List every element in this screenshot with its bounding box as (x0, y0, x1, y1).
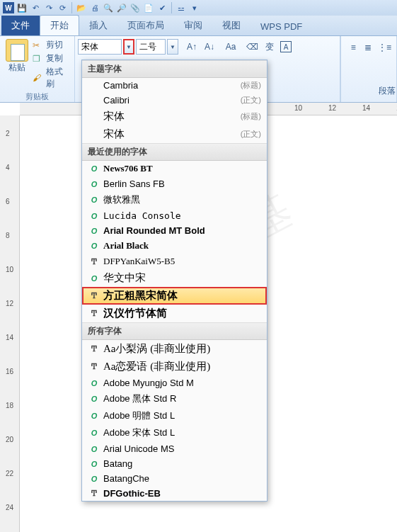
font-option[interactable]: Ͳ汉仪竹节体简 (82, 305, 267, 322)
theme-fonts-header: 主题字体 (82, 60, 267, 78)
ribbon-tabs: 文件 开始 插入 页面布局 审阅 视图 WPS PDF (0, 16, 397, 36)
cut-button[interactable]: ✂剪切 (33, 39, 70, 51)
copy-button[interactable]: ❐复制 (33, 52, 70, 64)
format-brush-button[interactable]: 🖌格式刷 (33, 66, 70, 90)
font-option[interactable]: O微软雅黑 (82, 191, 267, 208)
copy-icon: ❐ (33, 54, 44, 64)
attach-icon[interactable]: 📎 (130, 2, 141, 13)
font-option[interactable]: O华文中宋 (82, 269, 267, 287)
tab-review[interactable]: 审阅 (174, 16, 212, 35)
font-option[interactable]: OAdobe 宋体 Std L (82, 424, 267, 441)
font-name-label: Lucida Console (103, 210, 261, 221)
font-option[interactable]: OAdobe Myungjo Std M (82, 375, 267, 390)
change-case-icon[interactable]: Aa (224, 40, 238, 54)
shrink-font-icon[interactable]: A↓ (202, 40, 217, 54)
font-name-label: Adobe 黑体 Std R (103, 392, 261, 405)
font-option[interactable]: OAdobe 明體 Std L (82, 407, 267, 424)
font-tag: (标题) (241, 111, 261, 122)
font-name-label: DFPYanKaiW5-B5 (103, 256, 261, 267)
font-dropdown-button[interactable]: ▼ (123, 39, 134, 55)
multilevel-icon[interactable]: ⋮≡ (378, 40, 391, 55)
opentype-icon: O (89, 378, 99, 388)
font-name-label: BatangChe (103, 473, 261, 484)
font-option[interactable]: Cambria(标题) (82, 78, 267, 93)
font-option[interactable]: ͲAa小梨涡 (非商业使用) (82, 340, 267, 358)
check-icon[interactable]: ✔ (156, 2, 168, 13)
font-name-label: Cambria (103, 80, 236, 91)
more-icon[interactable]: ▾ (189, 2, 200, 13)
recent-fonts-header: 最近使用的字体 (82, 143, 267, 161)
opentype-icon: O (89, 241, 99, 251)
bullets-icon[interactable]: ≡ (349, 40, 357, 55)
font-tag: (正文) (241, 95, 261, 106)
paste-button[interactable]: 粘贴 (4, 39, 30, 90)
font-name-label: Arial Black (103, 240, 261, 251)
font-option[interactable]: OArial Rounded MT Bold (82, 223, 267, 238)
font-name-label: Aa恋爱语 (非商业使用) (103, 360, 261, 373)
undo-icon[interactable]: ↶ (30, 2, 41, 13)
font-name-label: News706 BT (103, 163, 261, 174)
font-name-label: Berlin Sans FB (103, 179, 261, 189)
font-option[interactable]: OBatangChe (82, 471, 267, 486)
tab-wpspdf[interactable]: WPS PDF (251, 18, 312, 35)
tab-view[interactable]: 视图 (212, 16, 251, 35)
truetype-icon (89, 130, 99, 140)
vertical-ruler[interactable]: 24681012141618202224 (0, 115, 20, 532)
font-option[interactable]: OBatang (82, 456, 267, 471)
font-dropdown-list: 主题字体 Cambria(标题)Calibri(正文)宋体(标题)宋体(正文) … (81, 60, 267, 502)
open-icon[interactable]: 📂 (76, 2, 87, 13)
font-name-label: 宋体 (103, 110, 236, 123)
zoom-icon[interactable]: 🔎 (116, 2, 127, 13)
opentype-icon: O (89, 179, 99, 189)
paste-icon (6, 39, 28, 62)
truetype-icon: Ͳ (89, 362, 99, 372)
char-border-icon[interactable]: A (280, 41, 292, 52)
font-option[interactable]: OArial Black (82, 238, 267, 254)
save-icon[interactable]: 💾 (16, 2, 28, 13)
opentype-icon: O (89, 211, 99, 221)
font-option[interactable]: ͲDFPYanKaiW5-B5 (82, 254, 267, 269)
clipboard-group-label: 剪贴板 (4, 90, 70, 102)
font-option[interactable]: Calibri(正文) (82, 93, 267, 108)
font-name-label: 宋体 (103, 128, 236, 141)
preview-icon[interactable]: 🔍 (103, 2, 114, 13)
size-dropdown-button[interactable]: ▼ (167, 39, 178, 55)
brush-icon: 🖌 (33, 73, 43, 83)
font-option[interactable]: ONews706 BT (82, 161, 267, 176)
font-name-input[interactable]: 宋体 (78, 39, 122, 55)
tab-home[interactable]: 开始 (40, 15, 79, 35)
font-option[interactable]: ͲAa恋爱语 (非商业使用) (82, 358, 267, 375)
phonetic-icon[interactable]: 变 (263, 40, 277, 54)
tab-layout[interactable]: 页面布局 (117, 16, 174, 35)
font-name-label: Arial Rounded MT Bold (103, 225, 261, 236)
font-name-label: Adobe Myungjo Std M (103, 378, 261, 388)
tab-file[interactable]: 文件 (1, 16, 40, 35)
doc-icon[interactable]: 📄 (143, 2, 154, 13)
truetype-icon: Ͳ (89, 344, 99, 354)
clear-format-icon[interactable]: ⌫ (245, 40, 259, 54)
font-option[interactable]: OAdobe 黑体 Std R (82, 390, 267, 407)
numbering-icon[interactable]: ≣ (363, 40, 372, 55)
font-option[interactable]: OBerlin Sans FB (82, 176, 267, 191)
font-option[interactable]: 宋体(正文) (82, 125, 267, 143)
grow-font-icon[interactable]: A↑ (185, 40, 199, 54)
org-icon[interactable]: ⚍ (176, 2, 187, 13)
font-name-label: 华文中宋 (103, 271, 261, 285)
refresh-icon[interactable]: ⟳ (57, 2, 68, 13)
font-option[interactable]: ͲDFGothic-EB (82, 486, 267, 501)
redo-icon[interactable]: ↷ (43, 2, 54, 13)
font-name-label: 方正粗黑宋简体 (103, 289, 261, 302)
font-option[interactable]: OArial Unicode MS (82, 441, 267, 456)
tab-insert[interactable]: 插入 (79, 16, 117, 35)
font-name-label: Calibri (103, 95, 236, 106)
font-option[interactable]: Ͳ方正粗黑宋简体 (82, 287, 267, 305)
font-size-input[interactable]: 二号 (136, 39, 166, 55)
opentype-icon: O (89, 474, 99, 484)
opentype-icon: O (89, 459, 99, 469)
print-icon[interactable]: 🖨 (89, 2, 100, 13)
truetype-icon: Ͳ (89, 256, 99, 266)
opentype-icon: O (89, 273, 99, 283)
font-option[interactable]: OLucida Console (82, 208, 267, 223)
font-tag: (正文) (241, 129, 261, 140)
font-option[interactable]: 宋体(标题) (82, 108, 267, 125)
